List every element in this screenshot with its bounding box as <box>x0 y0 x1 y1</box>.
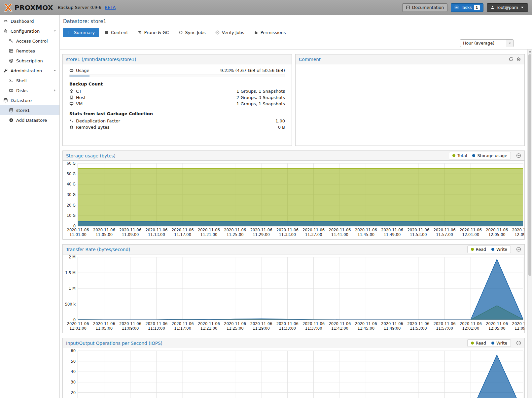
server-icon <box>9 49 14 53</box>
legend-item-read[interactable]: Read <box>471 341 486 346</box>
tab-content[interactable]: Content <box>100 28 132 37</box>
tab-prune-gc[interactable]: Prune & GC <box>133 28 173 37</box>
svg-text:2020-11-0611:49:00: 2020-11-0611:49:00 <box>381 321 403 331</box>
removed-bytes-value: 0 B <box>278 125 285 130</box>
book-icon <box>67 30 72 35</box>
sidebar-item-label: Shell <box>16 78 27 83</box>
terminal-icon <box>9 78 14 83</box>
legend-dot <box>472 154 475 157</box>
legend-label: Total <box>457 153 467 158</box>
sidebar: Dashboard Configuration Access Control R… <box>0 15 60 398</box>
svg-text:2020-11-0611:13:00: 2020-11-0611:13:00 <box>145 321 167 331</box>
tab-sync-jobs[interactable]: Sync Jobs <box>174 28 210 37</box>
chevron-down-icon[interactable] <box>53 29 56 33</box>
sidebar-item-configuration[interactable]: Configuration <box>0 26 59 36</box>
svg-text:2020-11-0611:45:00: 2020-11-0611:45:00 <box>355 321 377 331</box>
sidebar-item-add-datastore[interactable]: Add Datastore <box>0 115 59 125</box>
hard-disk-icon <box>9 88 14 93</box>
svg-text:30: 30 <box>71 380 76 384</box>
product-version: Backup Server 0.9-6 <box>58 5 101 10</box>
sidebar-item-label: Access Control <box>16 39 48 44</box>
tasks-button[interactable]: Tasks 1 <box>451 3 483 12</box>
svg-text:2020-11-0611:25:00: 2020-11-0611:25:00 <box>224 228 246 237</box>
tab-bar: Summary Content Prune & GC Sync Jobs Ver… <box>60 25 532 37</box>
tab-verify-jobs[interactable]: Verify Jobs <box>211 28 249 37</box>
chevron-down-icon[interactable] <box>53 69 56 72</box>
container-icon <box>69 89 74 93</box>
sidebar-item-shell[interactable]: Shell <box>0 76 59 85</box>
proxmox-x-icon <box>4 4 13 12</box>
legend-item-read[interactable]: Read <box>471 247 486 252</box>
unlock-icon <box>254 30 258 35</box>
transfer-rate-panel: Transfer Rate (bytes/second) Read Write <box>62 244 525 333</box>
scrollbar-thumb[interactable] <box>528 54 531 276</box>
user-menu-button[interactable]: root@pam <box>487 3 528 12</box>
svg-text:60: 60 <box>71 348 76 353</box>
sidebar-item-access-control[interactable]: Access Control <box>0 36 59 46</box>
page-title: Datastore: store1 <box>60 15 532 25</box>
refresh-icon[interactable] <box>509 57 514 62</box>
svg-text:2020-11-0612:01:00: 2020-11-0612:01:00 <box>460 321 482 331</box>
tab-label: Verify Jobs <box>222 30 244 35</box>
host-value: 2 Groups, 3 Snapshots <box>236 95 285 100</box>
svg-text:2020-11-0611:17:00: 2020-11-0611:17:00 <box>172 321 194 331</box>
task-list-icon <box>454 5 459 10</box>
legend-item-write[interactable]: Write <box>491 247 507 252</box>
legend-item-total[interactable]: Total <box>452 153 467 158</box>
tab-permissions[interactable]: Permissions <box>250 28 290 37</box>
gc-stats-title: Stats from last Garbage Collection <box>69 111 285 116</box>
sidebar-item-administration[interactable]: Administration <box>0 66 59 76</box>
sidebar-item-dashboard[interactable]: Dashboard <box>0 16 59 26</box>
ct-label: CT <box>76 89 82 94</box>
scroll-up-arrow-icon[interactable] <box>529 50 531 52</box>
chart-title: Storage usage (bytes) <box>66 153 116 158</box>
svg-text:2020-11-0611:57:00: 2020-11-0611:57:00 <box>434 228 456 237</box>
sidebar-item-remotes[interactable]: Remotes <box>0 46 59 56</box>
svg-text:2020-11-0611:33:00: 2020-11-0611:33:00 <box>276 321 299 331</box>
svg-text:60 G: 60 G <box>67 161 76 166</box>
legend-label: Storage usage <box>477 153 507 158</box>
app-header: PROXMOX Backup Server 0.9-6 BETA Documen… <box>0 0 532 15</box>
svg-text:2020-11-0611:21:00: 2020-11-0611:21:00 <box>198 228 220 237</box>
sidebar-item-label: store1 <box>16 108 30 113</box>
svg-text:2020-11-0611:37:00: 2020-11-0611:37:00 <box>302 228 325 237</box>
svg-text:2020-11-0611:41:00: 2020-11-0611:41:00 <box>329 228 351 237</box>
legend-item-storage-usage[interactable]: Storage usage <box>472 153 507 158</box>
sidebar-item-datastore[interactable]: Datastore <box>0 95 59 105</box>
sidebar-item-store1[interactable]: store1 <box>0 105 59 115</box>
sidebar-item-label: Configuration <box>11 29 40 34</box>
comment-body[interactable] <box>296 64 524 70</box>
chevron-right-icon[interactable] <box>53 89 56 92</box>
collapse-icon[interactable] <box>516 341 521 346</box>
chevron-down-icon[interactable] <box>506 40 513 47</box>
trash-icon <box>138 30 142 35</box>
ct-value: 1 Groups, 1 Snapshots <box>236 89 285 94</box>
sidebar-item-label: Datastore <box>11 98 32 103</box>
tab-label: Permissions <box>261 30 286 35</box>
key-icon <box>9 39 14 43</box>
tab-summary[interactable]: Summary <box>63 28 99 37</box>
main-area: Datastore: store1 Summary Content Prune … <box>60 15 532 398</box>
gear-icon[interactable] <box>516 57 521 62</box>
sidebar-item-subscription[interactable]: Subscription <box>0 56 59 66</box>
svg-text:2020-11-0611:25:00: 2020-11-0611:25:00 <box>224 321 246 331</box>
vm-icon <box>69 102 74 106</box>
svg-text:2020-11-0612:09:00: 2020-11-0612:09:00 <box>512 321 525 331</box>
tab-label: Content <box>111 30 128 35</box>
iops-panel: Input/Output Operations per Second (IOPS… <box>62 338 525 398</box>
svg-text:2020-11-0611:41:00: 2020-11-0611:41:00 <box>329 321 351 331</box>
collapse-icon[interactable] <box>516 153 521 158</box>
timeframe-select[interactable]: Hour (average) <box>460 39 514 47</box>
svg-text:40 G: 40 G <box>67 182 76 186</box>
documentation-button[interactable]: Documentation <box>402 3 447 12</box>
beta-link[interactable]: BETA <box>105 5 116 10</box>
hard-disk-icon <box>69 68 74 73</box>
vertical-scrollbar[interactable] <box>527 50 532 398</box>
chart-legend: Read Write <box>467 246 511 253</box>
sidebar-item-disks[interactable]: Disks <box>0 85 59 95</box>
svg-text:2020-11-0612:01:00: 2020-11-0612:01:00 <box>460 228 482 237</box>
collapse-icon[interactable] <box>516 247 521 252</box>
legend-item-write[interactable]: Write <box>491 341 507 346</box>
sidebar-item-label: Subscription <box>16 58 43 63</box>
trash-icon <box>69 125 74 129</box>
